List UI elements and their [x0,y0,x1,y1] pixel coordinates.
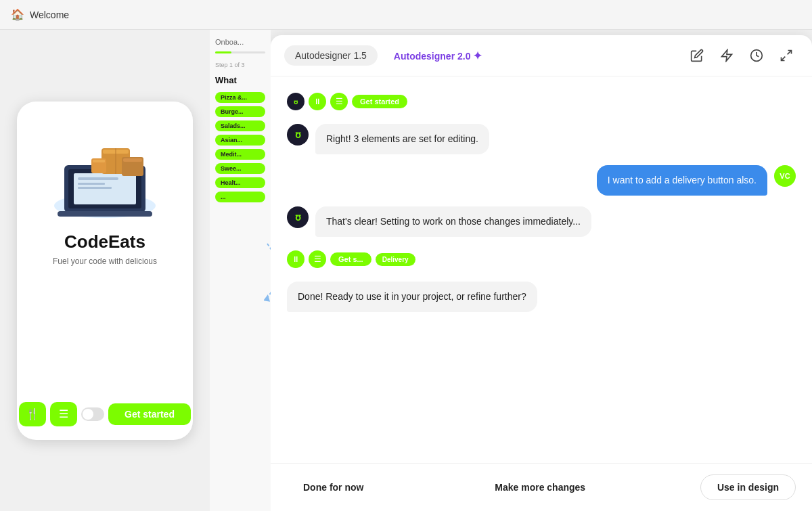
bot-mini-avatar-1: ʊ [287,93,304,110]
food-tag-medit[interactable]: Medit... [215,149,265,160]
step-bar [215,51,265,53]
tab-autodesigner-20[interactable]: Autodesigner 2.0 ✦ [383,45,493,67]
bot-bubble-1: Right! 3 elements are set for editing. [315,124,489,154]
expand-icon-btn[interactable] [774,43,798,68]
user-avatar-1: VC [774,165,796,187]
user-bubble-1: I want to add a delivery button also. [597,165,767,196]
svg-rect-5 [78,177,118,180]
bot-avatar-1: ʊ [287,124,309,146]
food-tag-burger[interactable]: Burge... [215,106,265,117]
pause-icon-mini-2: ⏸ [287,250,304,268]
food-tag-extra[interactable]: ... [215,192,265,202]
main-layout: CodeEats Fuel your code with delicious 🍴… [0,30,812,511]
bot-msg-2: ʊ That's clear! Setting to work on those… [287,206,796,237]
left-panel: CodeEats Fuel your code with delicious 🍴… [0,30,210,511]
mini-toolbar-1: ʊ ⏸ ☰ Get started [287,90,407,113]
menu-icon-mini-2: ☰ [309,250,326,268]
what-text: What [215,75,265,85]
arrow-connector [264,237,271,305]
chat-messages: ʊ ⏸ ☰ Get started ʊ Right! 3 elements ar… [271,76,812,463]
mini-get-started-btn-2[interactable]: Get s... [330,252,371,266]
onboard-label: Onboa... [215,38,265,46]
pause-icon-mini: ⏸ [309,93,326,110]
toolbar-row-1: ʊ ⏸ ☰ Get started [287,90,796,113]
user-msg-1: VC I want to add a delivery button also. [287,165,796,196]
step-indicator: Step 1 of 3 [215,62,265,68]
bot-avatar-2: ʊ [287,206,309,228]
edit-icon-btn[interactable] [685,43,709,68]
svg-marker-15 [264,294,271,302]
chat-header: Autodesigner 1.5 Autodesigner 2.0 ✦ [271,35,812,76]
phone-get-started-btn[interactable]: Get started [108,403,191,425]
phone-mockup: CodeEats Fuel your code with delicious 🍴… [17,102,193,440]
middle-panel: Onboa... Step 1 of 3 What Pizza &... Bur… [210,30,271,511]
right-panel: Autodesigner 1.5 Autodesigner 2.0 ✦ [271,35,812,511]
nav-title: Welcome [30,9,69,20]
menu-icon-mini: ☰ [330,93,348,110]
chat-footer: Done for now Make more changes Use in de… [271,463,812,511]
tab2-label: Autodesigner 2.0 [394,51,471,62]
toolbar-row-2: ⏸ ☰ Get s... Delivery [287,248,796,271]
svg-rect-6 [78,183,105,185]
svg-rect-3 [58,211,152,217]
phone-tagline: Fuel your code with delicious [53,257,157,266]
bolt-icon-btn[interactable] [715,43,739,68]
svg-marker-16 [722,50,732,62]
sparkle-icon: ✦ [473,50,482,62]
bot-msg-3: Done! Ready to use it in your project, o… [287,282,796,312]
use-in-design-btn[interactable]: Use in design [700,474,796,500]
phone-illustration [44,118,166,226]
food-tag-salads[interactable]: Salads... [215,120,265,131]
phone-toggle[interactable] [81,407,104,421]
food-tag-health[interactable]: Healt... [215,177,265,188]
make-more-changes-btn[interactable]: Make more changes [478,475,602,499]
svg-rect-14 [93,160,105,162]
history-icon-btn[interactable] [744,43,769,68]
mini-toolbar-2: ⏸ ☰ Get s... Delivery [287,248,415,271]
phone-fork-icon[interactable]: 🍴 [19,402,46,426]
svg-line-19 [782,57,786,61]
svg-rect-12 [123,158,142,162]
top-nav: 🏠 Welcome [0,0,812,30]
phone-bottom-bar: 🍴 ☰ Get started [19,402,191,426]
mini-get-started-btn[interactable]: Get started [352,95,407,108]
home-icon: 🏠 [11,8,24,22]
bot-msg-1: ʊ Right! 3 elements are set for editing. [287,124,796,154]
phone-menu-icon[interactable]: ☰ [50,402,77,426]
food-tag-asian[interactable]: Asian... [215,135,265,146]
bot-bubble-2: That's clear! Setting to work on those c… [315,206,591,237]
food-tag-pizza[interactable]: Pizza &... [215,92,265,103]
svg-rect-7 [78,187,112,189]
phone-app-name: CodeEats [64,231,145,252]
bot-bubble-3: Done! Ready to use it in your project, o… [287,282,537,312]
svg-line-18 [788,51,792,55]
step-bar-fill [215,51,231,53]
mini-delivery-btn[interactable]: Delivery [376,253,415,266]
food-tag-sweet[interactable]: Swee... [215,163,265,174]
done-for-now-btn[interactable]: Done for now [287,475,380,499]
tab-autodesigner-15[interactable]: Autodesigner 1.5 [284,45,378,66]
